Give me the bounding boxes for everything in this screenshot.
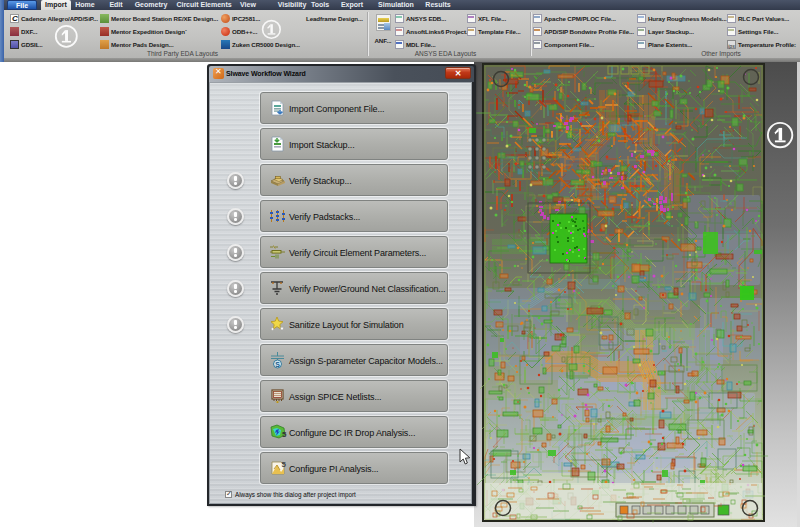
svg-text:5: 5 [282, 460, 287, 469]
svg-text:5: 5 [282, 430, 287, 439]
svg-text:S: S [275, 361, 280, 368]
